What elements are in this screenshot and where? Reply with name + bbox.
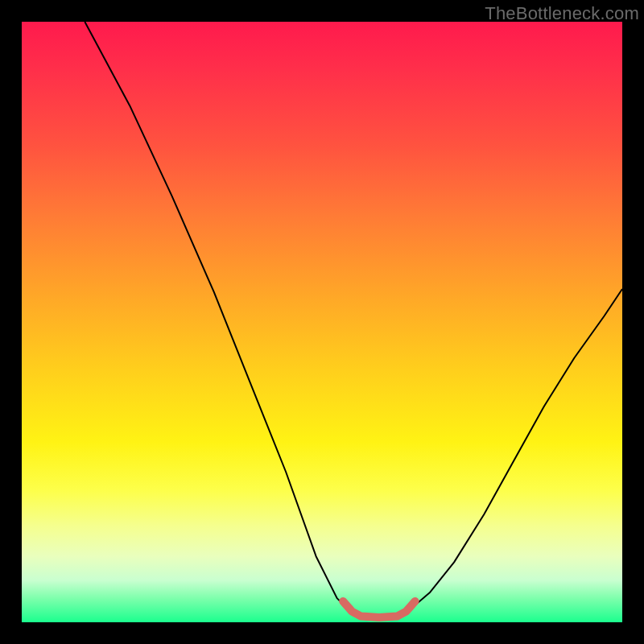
watermark-text: TheBottleneck.com [485, 3, 639, 24]
plot-area [22, 22, 622, 622]
chart-frame: TheBottleneck.com [0, 0, 644, 644]
curve-left-branch [85, 22, 349, 610]
curve-right-branch [409, 289, 622, 610]
curve-valley-accent [343, 601, 415, 617]
curve-layer [22, 22, 622, 622]
